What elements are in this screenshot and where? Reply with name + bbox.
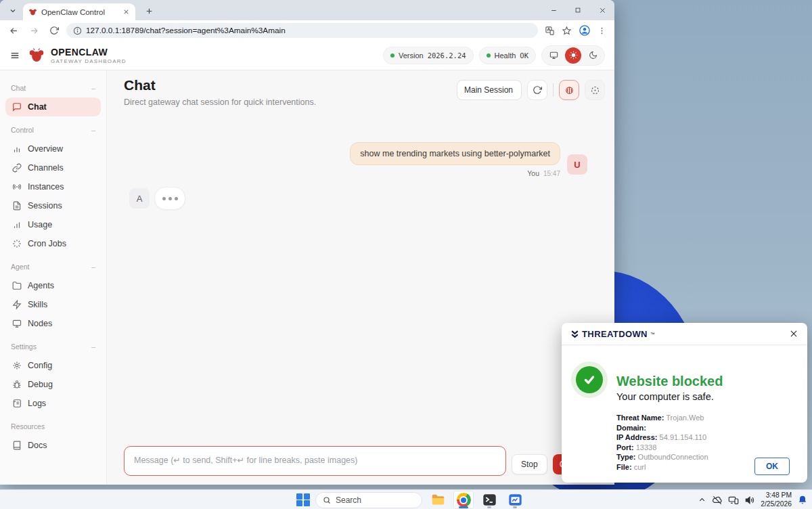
sidebar-item-debug[interactable]: Debug (5, 375, 101, 394)
cast-devices-icon[interactable] (728, 495, 739, 506)
zap-icon (12, 300, 22, 309)
monitor-icon (549, 51, 558, 60)
sidebar-section-agent: Agent– (11, 263, 95, 271)
detail-row: IP Address: 54.91.154.110 (616, 433, 708, 443)
light-theme-button[interactable] (565, 47, 581, 64)
translate-icon[interactable] (545, 26, 555, 36)
gear-icon (12, 361, 22, 370)
sidebar-item-usage[interactable]: Usage (5, 215, 101, 234)
user-avatar: U (567, 154, 587, 175)
threat-details: Threat Name: Trojan.Web Domain: IP Addre… (616, 413, 708, 472)
collapse-dash-icon[interactable]: – (91, 342, 95, 351)
page-title: Chat (124, 77, 156, 93)
sidebar-item-docs[interactable]: Docs (5, 436, 101, 455)
scroll-icon (12, 399, 22, 408)
sidebar-item-skills[interactable]: Skills (5, 295, 101, 314)
back-button[interactable] (5, 22, 22, 39)
health-value: OK (520, 51, 528, 60)
taskbar-search[interactable]: Search (315, 492, 422, 508)
user-message-time: 15:47 (543, 170, 560, 177)
sidebar-item-nodes[interactable]: Nodes (5, 314, 101, 333)
browser-window: OpenClaw Control 127.0.0.1:18789/chat?se… (0, 0, 614, 485)
openclaw-favicon-lobster-icon (28, 7, 37, 16)
book-icon (12, 441, 22, 450)
new-tab-button[interactable] (141, 3, 157, 19)
tray-date-value: 2/25/2026 (761, 500, 792, 509)
system-tray: 3:48 PM 2/25/2026 (698, 490, 808, 509)
brain-button[interactable] (559, 80, 579, 100)
message-input[interactable] (124, 446, 506, 476)
session-select[interactable]: Main Session (457, 80, 522, 100)
speaker-icon[interactable] (744, 495, 755, 506)
openclaw-app: OPENCLAW GATEWAY DASHBOARD Version 2026.… (0, 41, 614, 485)
tray-time-value: 3:48 PM (761, 491, 792, 500)
window-minimize-button[interactable] (541, 0, 566, 20)
folder-icon (12, 281, 22, 290)
url-bar[interactable]: 127.0.0.1:18789/chat?session=agent%3Amai… (66, 23, 538, 38)
sidebar-item-agents[interactable]: Agents (5, 276, 101, 295)
sidebar-item-overview[interactable]: Overview (5, 139, 101, 158)
sidebar-item-chat[interactable]: Chat (5, 97, 101, 116)
window-close-button[interactable] (590, 0, 614, 20)
safe-check-badge (571, 361, 608, 398)
tray-clock[interactable]: 3:48 PM 2/25/2026 (761, 491, 792, 509)
chat-bubble-icon (12, 102, 22, 112)
trademark: ™ (650, 332, 655, 336)
system-theme-button[interactable] (546, 48, 561, 63)
brand: OPENCLAW GATEWAY DASHBOARD (28, 47, 127, 64)
collapse-dash-icon[interactable]: – (91, 126, 95, 134)
ok-button[interactable]: OK (754, 458, 790, 475)
tab-close-icon[interactable] (122, 8, 130, 16)
forward-button[interactable] (26, 22, 42, 39)
chrome-button[interactable] (453, 491, 474, 509)
dark-theme-button[interactable] (585, 48, 600, 63)
window-maximize-button[interactable] (566, 0, 590, 20)
tray-chevron-up-icon[interactable] (698, 495, 706, 504)
header-right: Version 2026.2.24 Health OK (383, 45, 605, 66)
refresh-button[interactable] (527, 80, 547, 100)
notification-bell-icon[interactable] (797, 495, 808, 506)
sidebar-item-sessions[interactable]: Sessions (5, 196, 101, 215)
threatdown-brand: THREATDOWN (582, 329, 648, 339)
browser-tab-strip: OpenClaw Control (0, 0, 614, 20)
user-message-meta: You 15:47 (527, 169, 560, 177)
focus-button[interactable] (585, 80, 605, 100)
bar-chart-icon (12, 220, 22, 229)
detail-row: Domain: (616, 423, 708, 433)
bookmark-star-icon[interactable] (562, 26, 572, 36)
brand-title: OPENCLAW (51, 47, 127, 58)
app-body: Chat– Chat Control– Overview Channels (0, 70, 614, 484)
popup-title: Website blocked (616, 374, 723, 389)
stop-button[interactable]: Stop (512, 454, 547, 474)
collapse-dash-icon[interactable]: – (91, 84, 95, 92)
browser-menu-kebab-icon[interactable] (597, 26, 606, 35)
agent-typing-indicator (154, 187, 185, 210)
collapse-dash-icon[interactable]: – (91, 263, 95, 271)
search-label: Search (336, 495, 361, 505)
browser-tab-active[interactable]: OpenClaw Control (23, 3, 135, 20)
openclaw-logo-lobster-icon (28, 47, 45, 64)
reload-button[interactable] (46, 22, 62, 39)
loader-icon (12, 239, 22, 248)
file-explorer-button[interactable] (428, 491, 448, 509)
site-info-icon[interactable] (73, 26, 82, 35)
sidebar-item-instances[interactable]: Instances (5, 177, 101, 196)
tab-title: OpenClaw Control (41, 8, 118, 16)
profile-avatar-icon[interactable] (579, 24, 591, 37)
sidebar-item-channels[interactable]: Channels (5, 158, 101, 177)
cloud-off-icon[interactable] (712, 495, 723, 506)
running-app-indicator (487, 506, 491, 508)
sidebar-item-logs[interactable]: Logs (5, 394, 101, 413)
terminal-button[interactable] (479, 491, 499, 509)
threatdown-popup: THREATDOWN ™ Website blocked Your comput… (562, 323, 807, 483)
detail-row: File: curl (616, 462, 708, 472)
start-button[interactable] (296, 493, 310, 507)
popup-close-icon[interactable] (789, 329, 798, 338)
hamburger-menu-icon[interactable] (9, 50, 20, 61)
sidebar-item-cron-jobs[interactable]: Cron Jobs (5, 234, 101, 253)
page-subtitle: Direct gateway chat session for quick in… (124, 97, 316, 107)
sidebar-section-resources: Resources (11, 422, 95, 430)
sidebar-item-config[interactable]: Config (5, 356, 101, 375)
tab-search-button[interactable] (4, 3, 22, 18)
task-manager-button[interactable] (505, 491, 525, 509)
